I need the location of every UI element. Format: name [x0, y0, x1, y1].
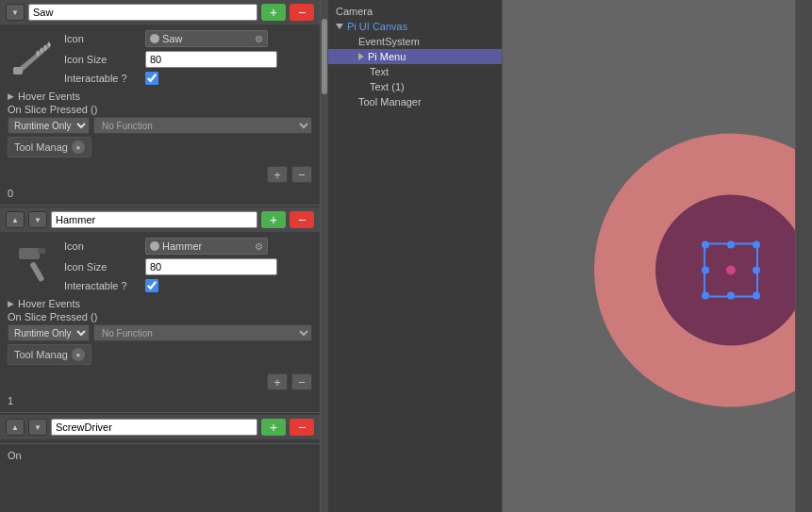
hover-events-label-1: Hover Events: [18, 298, 80, 309]
hammer-icon-preview: [8, 240, 57, 289]
interactable-checkbox-0[interactable]: [145, 72, 158, 85]
add-btn-1[interactable]: +: [261, 211, 286, 228]
interactable-field-row-0: Interactable ?: [64, 72, 277, 85]
on-label-container: On: [0, 446, 320, 465]
item-body-0: Icon Saw ⚙ Icon Size Interactable ?: [0, 25, 320, 163]
hierarchy-item-toolmanager[interactable]: Tool Manager: [328, 94, 502, 109]
item-header-2: ▲ ▼ + −: [0, 415, 320, 439]
hierarchy-label-pimenu: Pi Menu: [368, 51, 406, 62]
handle-r[interactable]: [753, 266, 760, 273]
inner-circle: [655, 194, 795, 345]
canvas-panel: [503, 0, 795, 512]
tool-manager-row-0: Tool Manag ●: [8, 137, 91, 157]
bottom-row-0: + −: [0, 163, 320, 186]
size-field-row-0: Icon Size: [64, 51, 277, 68]
hierarchy-item-camera[interactable]: Camera: [328, 4, 502, 19]
icon-row-0: Icon Saw ⚙ Icon Size Interactable ?: [8, 30, 312, 85]
small-remove-btn-1[interactable]: −: [291, 373, 312, 390]
scrollbar[interactable]: [321, 0, 328, 512]
item-name-input-1[interactable]: [51, 211, 257, 228]
hierarchy-item-eventsystem[interactable]: EventSystem: [328, 34, 502, 49]
interactable-label-1: Interactable ?: [64, 280, 140, 291]
icon-field-row-1: Icon Hammer ⚙: [64, 238, 277, 255]
hover-arrow-0: ▶: [8, 91, 14, 101]
up-btn-2[interactable]: ▲: [6, 419, 25, 436]
small-add-btn-0[interactable]: +: [267, 166, 288, 183]
settings-circle-1[interactable]: ●: [72, 348, 85, 361]
hierarchy-label-piuicanvas: Pi UI Canvas: [347, 21, 407, 32]
small-add-btn-1[interactable]: +: [267, 373, 288, 390]
collapse-btn-1[interactable]: ▼: [28, 211, 47, 228]
icon-field-row-0: Icon Saw ⚙: [64, 30, 277, 47]
function-select-0[interactable]: No Function: [93, 117, 312, 134]
slice-header-1: On Slice Pressed (): [8, 311, 312, 322]
collapse-btn-2[interactable]: ▼: [28, 419, 47, 436]
icon-fields-0: Icon Saw ⚙ Icon Size Interactable ?: [64, 30, 277, 85]
handle-tr[interactable]: [753, 240, 760, 248]
svg-rect-8: [19, 248, 40, 259]
hierarchy-panel: Camera Pi UI Canvas EventSystem Pi Menu …: [328, 0, 503, 512]
handle-t[interactable]: [727, 240, 735, 248]
handle-tl[interactable]: [702, 240, 709, 248]
small-remove-btn-0[interactable]: −: [291, 166, 312, 183]
add-btn-0[interactable]: +: [261, 4, 286, 21]
size-label-1: Icon Size: [64, 261, 140, 273]
item-header-0: ▼ + −: [0, 0, 320, 25]
settings-circle-0[interactable]: ●: [72, 140, 85, 154]
size-input-1[interactable]: [145, 258, 277, 275]
runtime-select-1[interactable]: Runtime Only: [8, 324, 90, 341]
size-field-row-1: Icon Size: [64, 258, 277, 275]
pi-menu-visual: [594, 133, 795, 406]
scroll-thumb[interactable]: [322, 19, 327, 94]
handle-br[interactable]: [753, 291, 760, 299]
svg-rect-9: [38, 248, 45, 254]
outer-circle: [594, 133, 795, 406]
hover-events-header-1[interactable]: ▶ Hover Events: [8, 298, 312, 309]
runtime-select-0[interactable]: Runtime Only: [8, 117, 90, 134]
hover-events-header-0[interactable]: ▶ Hover Events: [8, 91, 312, 102]
icon-label-0: Icon: [64, 33, 140, 44]
icon-gear-0[interactable]: ⚙: [255, 34, 263, 44]
icon-gear-1[interactable]: ⚙: [255, 241, 263, 252]
function-select-1[interactable]: No Function: [93, 324, 312, 341]
item-name-input-0[interactable]: [28, 4, 257, 21]
handle-l[interactable]: [702, 266, 709, 273]
hierarchy-item-pimenu[interactable]: Pi Menu: [328, 49, 502, 64]
tool-manager-row-1: Tool Manag ●: [8, 344, 91, 365]
hierarchy-item-text[interactable]: Text: [328, 64, 502, 79]
remove-btn-1[interactable]: −: [290, 211, 314, 228]
add-btn-2[interactable]: +: [261, 419, 286, 436]
index-number-1: 1: [0, 393, 320, 408]
interactable-label-0: Interactable ?: [64, 73, 140, 84]
item-card-0: ▼ + −: [0, 0, 320, 206]
slice-header-0: On Slice Pressed (): [8, 104, 312, 115]
icon-name-text-1: Hammer: [162, 240, 202, 252]
interactable-checkbox-1[interactable]: [145, 279, 158, 292]
expand-icon-pimenu: [358, 53, 364, 60]
hierarchy-label-camera: Camera: [336, 6, 373, 17]
on-label: On: [0, 446, 29, 465]
slice-row-0: Runtime Only No Function: [8, 117, 312, 134]
index-number-0: 0: [0, 186, 320, 201]
remove-btn-2[interactable]: −: [290, 419, 314, 436]
hierarchy-item-text1[interactable]: Text (1): [328, 79, 502, 94]
hierarchy-label-text1: Text (1): [370, 81, 405, 92]
tool-manager-text-0: Tool Manag: [14, 141, 68, 153]
item-header-1: ▲ ▼ + −: [0, 207, 320, 232]
item-name-input-2[interactable]: [51, 419, 257, 436]
bottom-row-1: + −: [0, 371, 320, 393]
selection-box[interactable]: [704, 242, 758, 297]
hierarchy-item-piuicanvas[interactable]: Pi UI Canvas: [328, 19, 502, 34]
up-btn-1[interactable]: ▲: [6, 211, 25, 228]
size-input-0[interactable]: [145, 51, 277, 68]
hierarchy-label-text: Text: [370, 66, 389, 77]
right-edge-panel: [795, 0, 812, 512]
icon-input-wrap-1[interactable]: Hammer ⚙: [145, 238, 268, 255]
handle-b[interactable]: [727, 291, 735, 299]
item-card-1: ▲ ▼ + −: [0, 207, 320, 413]
hierarchy-label-toolmanager: Tool Manager: [358, 96, 422, 107]
collapse-btn-0[interactable]: ▼: [6, 4, 25, 21]
icon-input-wrap-0[interactable]: Saw ⚙: [145, 30, 268, 47]
handle-bl[interactable]: [702, 291, 709, 299]
remove-btn-0[interactable]: −: [290, 4, 314, 21]
